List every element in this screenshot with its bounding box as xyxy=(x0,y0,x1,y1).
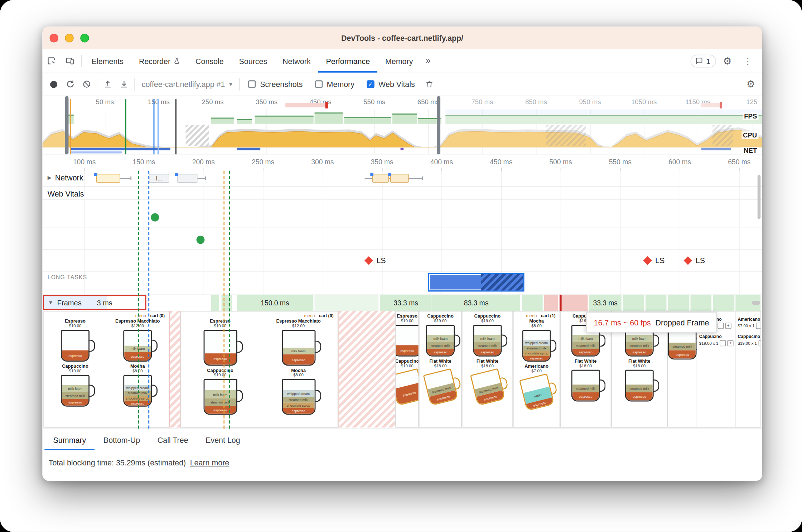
settings-gear-icon[interactable]: ⚙ xyxy=(718,52,736,70)
network-request-bar[interactable] xyxy=(390,174,409,183)
network-track-header[interactable]: ▶ Network xyxy=(48,173,83,182)
tab-performance[interactable]: Performance xyxy=(318,49,378,73)
reload-and-record-icon[interactable] xyxy=(62,77,78,92)
frame-segment[interactable] xyxy=(211,295,219,311)
long-task-bar-selected[interactable] xyxy=(428,273,525,291)
product-espresso[interactable]: Espresso$10.00espresso xyxy=(44,319,106,362)
tab-memory[interactable]: Memory xyxy=(378,49,421,73)
nav-menu-link[interactable]: menu xyxy=(526,313,537,318)
frame-segment-labeled[interactable]: 83.3 ms xyxy=(432,295,521,311)
product-flat_white[interactable]: Flat White$18.00steamed milkespresso xyxy=(426,358,455,401)
layout-shift-marker[interactable]: LS xyxy=(366,256,386,265)
product-cappuccino[interactable]: Cappuccino$19.00milk foamsteamed milkesp… xyxy=(44,364,106,407)
window-titlebar[interactable]: DevTools - coffee-cart.netlify.app/ xyxy=(43,26,762,49)
product-mocha[interactable]: Mocha$8.00whipped creamsteamed milkchoco… xyxy=(259,368,338,415)
frame-segment[interactable] xyxy=(522,295,543,311)
product-americano[interactable]: Americano$7.00waterespresso xyxy=(522,364,551,407)
frame-segment-labeled[interactable]: 33.3 ms xyxy=(589,295,622,311)
product-flat_white[interactable]: Flat White$18.00steamed milkespresso xyxy=(571,358,600,401)
nav-cart-link[interactable]: cart (0) xyxy=(150,313,165,318)
network-request-bar[interactable]: I... xyxy=(149,174,169,183)
frame-segment[interactable] xyxy=(560,295,588,311)
layout-shift-marker[interactable]: LS xyxy=(644,256,665,265)
overview-left-handle[interactable] xyxy=(65,96,68,155)
inspect-element-icon[interactable] xyxy=(43,52,61,70)
product-cappuccino[interactable]: Cappuccino$19.00milk foamsteamed milkesp… xyxy=(426,314,455,357)
cart-item[interactable]: Americano$7.00 x 1-+ xyxy=(738,316,760,329)
product-cappuccino[interactable]: Cappuccino$19.00milk foamsteamed milkesp… xyxy=(473,314,502,357)
frame-segment[interactable] xyxy=(315,295,379,311)
filmstrip-frame[interactable]: Cappuccino$19.00milk foamsteamed milkesp… xyxy=(419,311,462,428)
product-flat_white[interactable]: Flat White$18.00steamed milkespresso xyxy=(473,358,502,401)
web-vitals-track-header[interactable]: Web Vitals xyxy=(48,189,84,198)
product-espresso_macchiato[interactable]: Espresso Macchiato$12.00milk foamespress… xyxy=(106,319,169,362)
product-flat_white[interactable]: Flat White$18.00steamed milkespresso xyxy=(625,358,654,401)
bottom-tab-call-tree[interactable]: Call Tree xyxy=(149,429,197,451)
bottom-tab-event-log[interactable]: Event Log xyxy=(197,429,249,451)
frame-segment[interactable] xyxy=(646,295,667,311)
web-vitals-marker-dot[interactable] xyxy=(197,236,205,244)
frame-segment[interactable] xyxy=(222,295,233,311)
product-cappucino[interactable]: Cappucino$19.00espresso xyxy=(395,358,419,401)
product-espresso_macchiato[interactable]: Espresso Macchiato$12.00milk foamespress… xyxy=(259,319,338,366)
increase-quantity-button[interactable]: + xyxy=(728,340,734,346)
device-toolbar-icon[interactable] xyxy=(61,52,79,70)
frames-track-header-selected[interactable]: ▼ Frames 3 ms xyxy=(43,295,146,310)
record-icon[interactable] xyxy=(45,77,62,92)
cart-item[interactable]: Cappucino$19.00 x 1-+ xyxy=(699,334,734,346)
frame-segment-labeled[interactable]: 33.3 ms xyxy=(380,295,432,311)
web-vitals-marker-dot[interactable] xyxy=(151,213,159,222)
product-cappuccino[interactable]: Cappuccino$19.00milk foamsteamed milkesp… xyxy=(181,368,260,415)
frame-segment[interactable] xyxy=(668,295,690,311)
nav-menu-link[interactable]: menu xyxy=(135,313,146,318)
nav-menu-link[interactable]: menu xyxy=(304,313,315,318)
checkbox-screenshots[interactable]: Screenshots xyxy=(248,80,303,88)
network-request-bar[interactable] xyxy=(96,174,120,183)
decrease-quantity-button[interactable]: - xyxy=(718,323,724,329)
frame-segment[interactable] xyxy=(691,295,712,311)
checkbox-memory[interactable]: Memory xyxy=(315,80,354,88)
frame-segment[interactable] xyxy=(623,295,644,311)
capture-settings-gear-icon[interactable]: ⚙ xyxy=(743,77,759,92)
more-options-icon[interactable]: ⋮ xyxy=(739,52,757,70)
decrease-quantity-button[interactable]: - xyxy=(756,323,761,329)
network-request-bar[interactable] xyxy=(372,174,389,183)
filmstrip-frame[interactable]: Espresso$10.00espressoCappucino$19.00esp… xyxy=(395,311,419,428)
load-profile-icon[interactable] xyxy=(99,77,116,92)
network-request-bar[interactable] xyxy=(177,174,197,183)
nav-cart-link[interactable]: cart (0) xyxy=(319,313,333,318)
nav-cart-link[interactable]: cart (1) xyxy=(541,313,555,318)
bottom-tab-bottom-up[interactable]: Bottom-Up xyxy=(95,429,149,451)
checkbox-web-vitals[interactable]: ✓Web Vitals xyxy=(367,80,415,88)
cart-item[interactable]: Cappucino$19.00 x 1-+ xyxy=(738,334,760,346)
filmstrip-frame[interactable]: menucart (0)Espresso$10.00espressoEspres… xyxy=(180,311,338,428)
profile-select[interactable]: coffee-cart.netlify.app #1 ▾ xyxy=(142,80,232,88)
tab-network[interactable]: Network xyxy=(275,49,318,73)
product-espresso[interactable]: Espresso$10.00espresso xyxy=(181,319,260,366)
more-panels-chevron[interactable]: » xyxy=(421,49,436,73)
frames-scrollbar-thumb[interactable] xyxy=(752,301,760,305)
clear-icon[interactable] xyxy=(78,77,95,92)
product-mocha[interactable]: Mocha$8.00whipped creamsteamed milkchoco… xyxy=(522,319,551,362)
increase-quantity-button[interactable]: + xyxy=(725,323,731,329)
overview-right-handle[interactable] xyxy=(437,96,440,155)
frame-segment[interactable] xyxy=(713,295,734,311)
tab-recorder[interactable]: Recorder xyxy=(131,49,188,73)
save-profile-icon[interactable] xyxy=(116,77,132,92)
tracks-scrollbar-thumb[interactable] xyxy=(758,175,761,219)
trash-icon[interactable] xyxy=(421,77,438,92)
decrease-quantity-button[interactable]: - xyxy=(720,340,726,346)
tab-elements[interactable]: Elements xyxy=(84,49,131,73)
product-espresso[interactable]: Espresso$10.00espresso xyxy=(395,314,419,357)
frame-segment[interactable] xyxy=(544,295,559,311)
timeline-overview[interactable]: 50 ms150 ms250 ms350 ms450 ms550 ms650 m… xyxy=(43,96,762,155)
filmstrip-frame[interactable]: menucart (1)Mocha$8.00whipped creamsteam… xyxy=(513,311,560,428)
tab-console[interactable]: Console xyxy=(188,49,231,73)
filmstrip-frame[interactable]: Cappuccino$19.00milk foamsteamed milkesp… xyxy=(462,311,513,428)
issues-badge[interactable]: 1 xyxy=(690,54,716,67)
layout-shift-marker[interactable]: LS xyxy=(685,256,705,265)
bottom-tab-summary[interactable]: Summary xyxy=(44,429,95,451)
frame-segment-labeled[interactable]: 150.0 ms xyxy=(237,295,313,311)
learn-more-link[interactable]: Learn more xyxy=(190,458,230,467)
filmstrip-frame[interactable]: menucart (0)Espresso$10.00espressoEspres… xyxy=(43,311,169,428)
